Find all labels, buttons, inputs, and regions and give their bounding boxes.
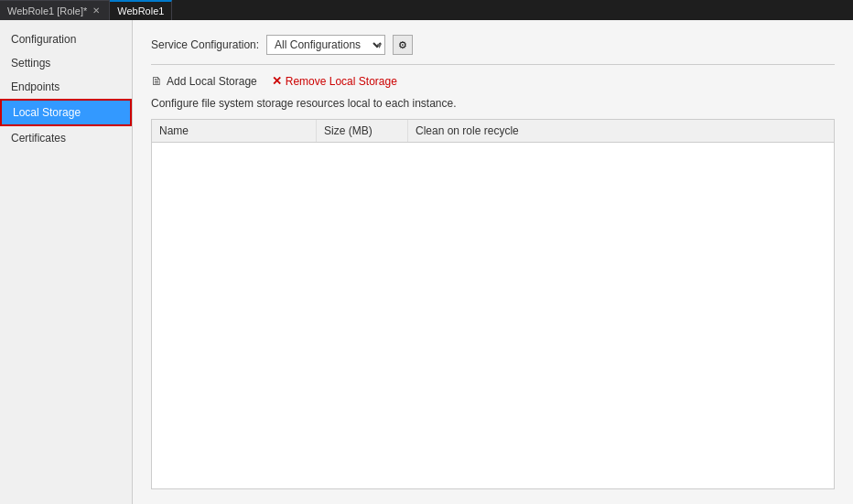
tab-webrole1[interactable]: WebRole1: [110, 0, 172, 20]
remove-local-storage-button[interactable]: ✕ Remove Local Storage: [272, 74, 397, 88]
add-local-storage-label: Add Local Storage: [167, 75, 257, 88]
sidebar-item-settings[interactable]: Settings: [0, 51, 132, 75]
sidebar: Configuration Settings Endpoints Local S…: [0, 20, 133, 504]
service-config-label: Service Configuration:: [151, 38, 259, 51]
sidebar-item-settings-label: Settings: [11, 57, 50, 70]
window-content: Configuration Settings Endpoints Local S…: [0, 20, 853, 504]
add-local-storage-icon: 🗎: [151, 74, 163, 88]
table-col-clean: Clean on role recycle: [408, 120, 834, 142]
service-config-select-wrapper: All Configurations Cloud Local: [266, 35, 385, 55]
sidebar-item-configuration-label: Configuration: [11, 33, 76, 46]
outer-window: WebRole1 [Role]* ✕ WebRole1 Configuratio…: [0, 0, 853, 504]
config-icon: ⚙: [398, 39, 407, 51]
sidebar-item-certificates[interactable]: Certificates: [0, 126, 132, 150]
sidebar-item-endpoints[interactable]: Endpoints: [0, 75, 132, 99]
main-content: Service Configuration: All Configuration…: [133, 20, 853, 504]
table-col-size: Size (MB): [317, 120, 408, 142]
remove-local-storage-label: Remove Local Storage: [286, 75, 397, 88]
add-local-storage-button[interactable]: 🗎 Add Local Storage: [151, 74, 257, 88]
table-header: Name Size (MB) Clean on role recycle: [152, 120, 834, 143]
sidebar-item-certificates-label: Certificates: [11, 132, 66, 145]
sidebar-item-local-storage-label: Local Storage: [13, 106, 81, 119]
table-col-name: Name: [152, 120, 317, 142]
tab-webrole1-role-close[interactable]: ✕: [91, 5, 102, 16]
local-storage-table-container: Name Size (MB) Clean on role recycle: [151, 119, 835, 489]
service-config-row: Service Configuration: All Configuration…: [151, 35, 835, 65]
service-config-icon-button[interactable]: ⚙: [393, 35, 413, 55]
remove-local-storage-icon: ✕: [272, 74, 282, 88]
service-config-select[interactable]: All Configurations Cloud Local: [266, 35, 385, 55]
sidebar-item-configuration[interactable]: Configuration: [0, 27, 132, 51]
tab-webrole1-label: WebRole1: [117, 5, 164, 16]
tab-webrole1-role[interactable]: WebRole1 [Role]* ✕: [0, 0, 110, 20]
description-text: Configure file system storage resources …: [151, 97, 835, 110]
action-buttons-row: 🗎 Add Local Storage ✕ Remove Local Stora…: [151, 74, 835, 88]
sidebar-item-local-storage[interactable]: Local Storage: [0, 99, 132, 126]
sidebar-item-endpoints-label: Endpoints: [11, 80, 59, 93]
tab-webrole1-role-label: WebRole1 [Role]*: [7, 5, 87, 16]
title-bar: WebRole1 [Role]* ✕ WebRole1: [0, 0, 853, 20]
table-body: [152, 143, 834, 484]
